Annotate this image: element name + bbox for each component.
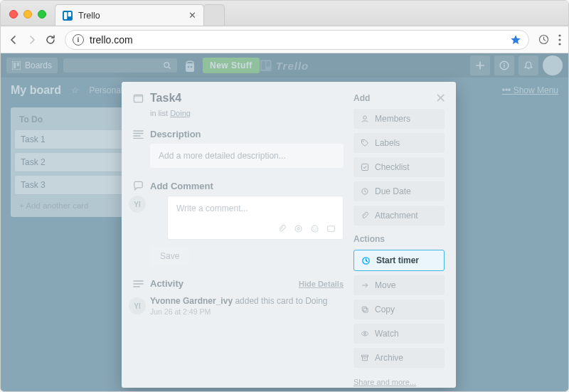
back-button[interactable] — [8, 34, 19, 46]
browser-window: Trello ✕ i trello.com — [0, 0, 569, 392]
add-checklist-button[interactable]: Checklist — [353, 157, 445, 177]
close-window-button[interactable] — [9, 10, 18, 18]
window-titlebar: Trello ✕ — [1, 1, 568, 26]
start-timer-button[interactable]: Start timer — [353, 250, 445, 271]
browser-menu-icon[interactable] — [558, 34, 561, 46]
comment-input[interactable]: Write a comment... — [167, 196, 344, 240]
mention-icon[interactable] — [294, 224, 303, 233]
svg-point-24 — [312, 226, 318, 232]
archive-label: Archive — [375, 353, 403, 363]
move-label: Move — [375, 280, 395, 290]
address-bar: i trello.com — [1, 26, 568, 53]
svg-point-23 — [297, 228, 299, 230]
svg-rect-34 — [363, 308, 368, 312]
checklist-icon — [361, 163, 369, 171]
due-date-label: Due Date — [375, 186, 411, 196]
reload-button[interactable] — [45, 34, 56, 46]
add-labels-button[interactable]: Labels — [353, 133, 445, 153]
copy-label: Copy — [375, 304, 395, 314]
watch-icon — [361, 329, 369, 338]
svg-point-28 — [363, 116, 367, 120]
move-button[interactable]: Move — [353, 275, 445, 295]
nav-controls — [8, 34, 56, 46]
svg-rect-2 — [68, 11, 71, 16]
add-attachment-button[interactable]: Attachment — [353, 206, 445, 226]
card-modal: ✕ Task4 in list Doing Description Add a … — [122, 82, 456, 388]
description-icon — [133, 130, 144, 139]
description-label: Description — [150, 129, 201, 139]
add-section-title: Add — [353, 93, 445, 103]
actions-section-title: Actions — [353, 234, 445, 244]
hide-details-link[interactable]: Hide Details — [299, 280, 344, 288]
forward-button[interactable] — [26, 34, 38, 46]
activity-avatar: YI — [129, 297, 146, 314]
clockify-icon — [361, 256, 371, 265]
activity-icon — [133, 280, 144, 288]
trello-favicon-icon — [63, 11, 73, 21]
svg-point-6 — [558, 43, 560, 45]
card-sublist: in list Doing — [150, 109, 344, 117]
attach-icon[interactable] — [277, 224, 287, 233]
watch-label: Watch — [375, 329, 399, 339]
checklist-label: Checklist — [375, 162, 410, 172]
in-list-prefix: in list — [150, 109, 168, 117]
new-tab-button[interactable] — [203, 4, 225, 26]
archive-button[interactable]: Archive — [353, 348, 445, 368]
activity-time: Jun 26 at 2:49 PM — [150, 307, 344, 316]
members-label: Members — [375, 114, 410, 124]
comment-avatar: YI — [129, 196, 146, 213]
svg-rect-21 — [134, 95, 142, 97]
close-modal-button[interactable]: ✕ — [435, 90, 446, 106]
svg-point-26 — [315, 228, 316, 228]
trello-app: Boards New Stuff Trello — [1, 53, 568, 391]
add-duedate-button[interactable]: Due Date — [353, 181, 445, 201]
minimize-window-button[interactable] — [23, 10, 32, 18]
in-list-link[interactable]: Doing — [170, 109, 191, 117]
activity-user[interactable]: Yvonne Gardner_ivy — [150, 296, 233, 306]
browser-tab-active[interactable]: Trello ✕ — [55, 4, 204, 26]
svg-point-4 — [558, 34, 560, 36]
archive-icon — [361, 354, 369, 362]
activity-label: Activity — [150, 278, 184, 289]
add-members-button[interactable]: Members — [353, 109, 445, 129]
browser-tabs: Trello ✕ — [55, 1, 224, 26]
svg-point-5 — [558, 38, 560, 41]
labels-icon — [361, 139, 369, 147]
card-icon[interactable] — [326, 224, 336, 233]
card-title[interactable]: Task4 — [150, 92, 181, 105]
copy-icon — [361, 305, 369, 314]
tab-close-icon[interactable]: ✕ — [188, 10, 196, 21]
svg-point-25 — [313, 228, 314, 228]
card-title-icon — [133, 93, 144, 104]
site-info-icon[interactable]: i — [73, 34, 84, 46]
watch-button[interactable]: Watch — [353, 324, 445, 344]
bookmark-star-icon[interactable] — [510, 34, 521, 46]
comment-icon — [133, 181, 144, 191]
members-icon — [361, 115, 369, 123]
activity-item: YI Yvonne Gardner_ivy added this card to… — [150, 296, 344, 316]
comment-placeholder: Write a comment... — [176, 203, 248, 213]
emoji-icon[interactable] — [310, 224, 319, 233]
zoom-window-button[interactable] — [38, 10, 46, 18]
description-input[interactable]: Add a more detailed description... — [150, 144, 344, 168]
due-date-icon — [361, 187, 369, 196]
share-link[interactable]: Share and more... — [353, 378, 416, 386]
svg-point-29 — [363, 141, 364, 142]
traffic-lights — [1, 10, 55, 26]
copy-button[interactable]: Copy — [353, 300, 445, 319]
svg-rect-1 — [64, 11, 67, 18]
url-field[interactable]: i trello.com — [65, 30, 529, 50]
tab-title: Trello — [78, 11, 183, 21]
add-comment-label: Add Comment — [150, 181, 213, 191]
attachment-label: Attachment — [375, 211, 418, 221]
svg-point-35 — [364, 333, 366, 335]
labels-label: Labels — [375, 138, 400, 148]
svg-rect-33 — [362, 307, 366, 311]
clockify-extension-icon[interactable] — [538, 33, 550, 46]
attachment-icon — [361, 211, 369, 220]
move-icon — [361, 281, 369, 290]
save-comment-button[interactable]: Save — [150, 247, 189, 265]
start-timer-label: Start timer — [376, 255, 419, 265]
activity-action: added this card to Doing — [235, 296, 327, 306]
extension-icons — [538, 33, 561, 46]
